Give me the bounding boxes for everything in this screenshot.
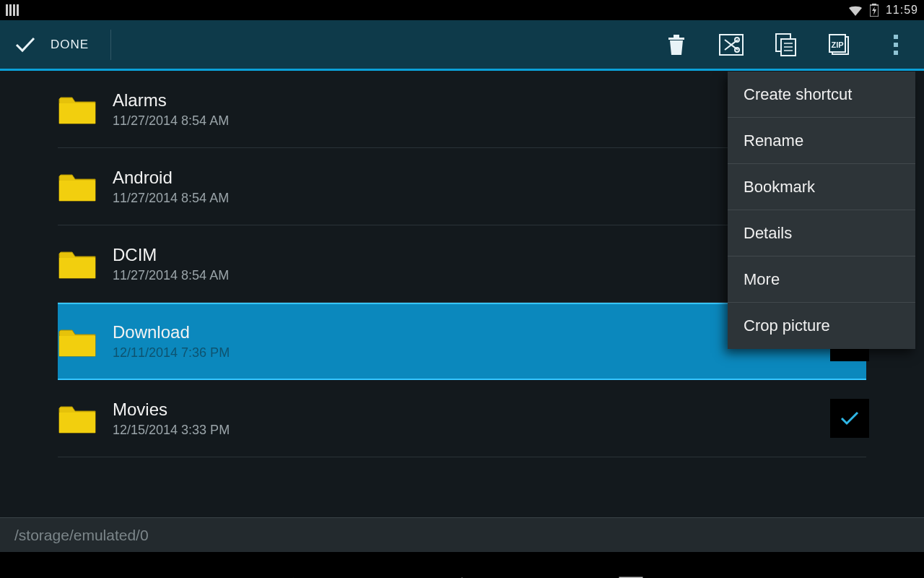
zip-icon: ZIP: [829, 34, 853, 56]
back-button[interactable]: [274, 574, 318, 578]
path-bar[interactable]: /storage/emulated/0: [0, 517, 924, 552]
file-name: DCIM: [113, 245, 229, 265]
spacer: [0, 552, 924, 562]
home-button[interactable]: [440, 574, 484, 578]
folder-icon: [58, 248, 97, 280]
wifi-icon: [848, 4, 863, 16]
menu-label: Crop picture: [744, 316, 830, 335]
status-bar: 11:59: [0, 0, 924, 20]
menu-item-rename[interactable]: Rename: [728, 118, 915, 164]
divider: [110, 30, 111, 60]
overflow-menu: Create shortcut Rename Bookmark Details …: [728, 72, 915, 349]
svg-rect-1: [9, 4, 12, 16]
svg-rect-19: [894, 51, 898, 55]
recents-button[interactable]: [606, 574, 650, 578]
svg-rect-2: [13, 4, 15, 16]
list-item[interactable]: Movies 12/15/2014 3:33 PM: [58, 380, 866, 457]
menu-label: Details: [744, 224, 792, 243]
menu-item-details[interactable]: Details: [728, 210, 915, 256]
svg-rect-3: [17, 4, 19, 16]
file-date: 12/11/2014 7:36 PM: [113, 345, 230, 361]
folder-icon: [58, 402, 97, 434]
menu-item-bookmark[interactable]: Bookmark: [728, 164, 915, 210]
svg-text:ZIP: ZIP: [832, 40, 844, 49]
copy-button[interactable]: [774, 33, 798, 57]
menu-label: Create shortcut: [744, 85, 852, 104]
menu-item-more[interactable]: More: [728, 256, 915, 303]
selection-checkbox[interactable]: [830, 399, 869, 438]
menu-label: Rename: [744, 131, 803, 150]
svg-rect-18: [894, 43, 898, 47]
folder-icon: [58, 93, 97, 125]
svg-rect-17: [894, 35, 898, 39]
delete-button[interactable]: [664, 33, 689, 57]
check-icon: [14, 36, 36, 53]
current-path: /storage/emulated/0: [14, 527, 149, 544]
status-app-icon: [6, 4, 19, 16]
svg-rect-0: [6, 4, 8, 16]
folder-icon: [58, 171, 97, 202]
cut-icon: [719, 34, 744, 56]
check-icon: [839, 410, 860, 427]
menu-label: Bookmark: [744, 178, 815, 197]
action-bar: DONE ZIP: [0, 20, 924, 71]
file-name: Alarms: [113, 90, 229, 111]
file-date: 11/27/2014 8:54 AM: [113, 191, 229, 206]
status-time: 11:59: [886, 4, 918, 17]
file-name: Download: [113, 322, 230, 342]
folder-icon: [58, 326, 97, 358]
menu-item-crop-picture[interactable]: Crop picture: [728, 303, 915, 349]
battery-charging-icon: [870, 4, 879, 17]
more-vertical-icon: [893, 34, 899, 56]
file-name: Movies: [113, 400, 230, 420]
file-name: Android: [113, 168, 229, 188]
navigation-bar: [0, 562, 924, 578]
file-date: 11/27/2014 8:54 AM: [113, 113, 229, 129]
menu-item-create-shortcut[interactable]: Create shortcut: [728, 72, 915, 118]
done-label: DONE: [51, 38, 89, 52]
overflow-button[interactable]: [884, 33, 908, 57]
zip-button[interactable]: ZIP: [829, 33, 853, 57]
cut-button[interactable]: [719, 33, 744, 57]
menu-label: More: [744, 270, 780, 289]
copy-icon: [775, 33, 797, 56]
content-area: Alarms 11/27/2014 8:54 AM Android 11/27/…: [0, 71, 924, 517]
done-button[interactable]: DONE: [14, 36, 89, 53]
svg-rect-5: [872, 4, 876, 5]
file-date: 11/27/2014 8:54 AM: [113, 268, 229, 283]
trash-icon: [666, 33, 687, 56]
file-date: 12/15/2014 3:33 PM: [113, 423, 230, 438]
